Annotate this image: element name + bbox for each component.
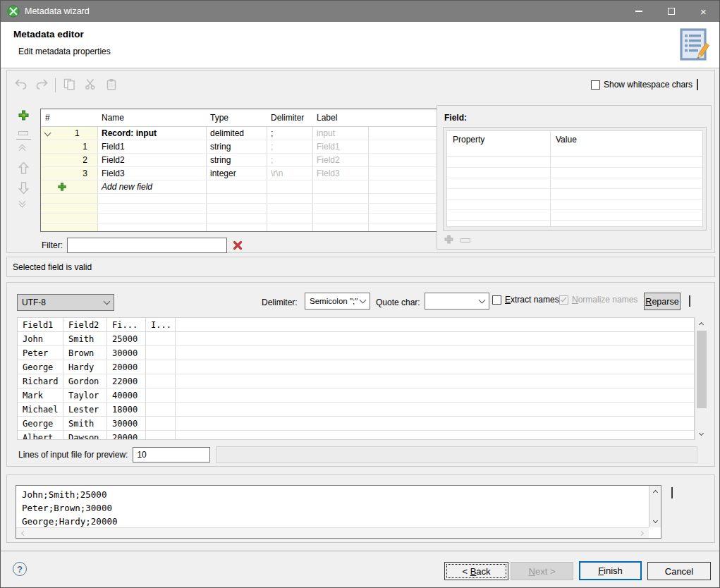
maximize-section-icon[interactable] [689,295,690,307]
move-bottom-button[interactable] [20,199,25,207]
add-new-field-row[interactable]: Add new field [41,180,437,194]
raw-preview-textarea[interactable]: John;Smith;25000 Peter;Brown;30000 Georg… [16,485,661,539]
value-col-header[interactable]: Value [556,135,577,145]
col-header-label[interactable]: Label [312,109,368,126]
titlebar[interactable]: Metadata wizard × [1,1,719,22]
copy-button[interactable] [61,78,77,93]
scroll-left-arrow[interactable] [18,528,28,538]
finish-button[interactable]: Finish [579,561,642,580]
metadata-table: # Name Type Delimiter Label 1 Record: in… [40,109,437,232]
quote-char-label: Quote char: [376,298,420,307]
preview-row[interactable]: JohnSmith25000 [18,332,695,346]
show-whitespace-checkbox[interactable] [591,80,600,90]
preview-col-header[interactable]: Fi... [107,318,146,331]
delimiter-combobox[interactable]: Semicolon ";" [305,293,370,310]
preview-header-row: Field1 Field2 Fi... I... [18,318,695,332]
preview-col-header[interactable]: Field2 [63,318,107,331]
field-panel-title: Field: [444,113,467,123]
preview-row[interactable]: PeterBrown30000 [18,346,695,360]
minimize-icon [635,11,642,12]
scroll-right-arrow[interactable] [637,528,647,538]
remove-property-button[interactable] [460,238,470,243]
footer-bar: ? < Back Next > Finish Cancel [1,551,719,588]
preview-row-clipped[interactable]: AlbertDawson20000 [18,431,695,440]
close-button[interactable]: × [688,1,719,22]
help-button[interactable]: ? [13,562,27,576]
collapse-chevron-icon[interactable] [44,130,51,137]
scroll-thumb[interactable] [697,331,707,408]
col-header-delimiter[interactable]: Delimiter [267,109,312,126]
normalize-names-checkbox [559,295,568,305]
extract-names-control: Extract names [492,295,559,305]
field-row[interactable]: 1 Field1 string ; Field1 [41,140,437,154]
field-row[interactable]: 3 Field3 integer \r\n Field3 [41,167,437,180]
preview-col-header[interactable]: Field1 [18,318,63,331]
undo-button[interactable] [13,78,28,93]
page-subtitle: Edit metadata properties [18,47,111,56]
col-header-type[interactable]: Type [206,109,267,126]
charset-value: UTF-8 [22,298,104,307]
preview-row[interactable]: GeorgeHardy20000 [18,360,695,374]
redo-button[interactable] [34,78,49,93]
maximize-section-icon[interactable] [671,487,673,498]
reparse-button[interactable]: Reparse [644,293,681,310]
cut-button[interactable] [83,78,98,93]
metadata-editor-icon [680,28,709,64]
finish-label: Finish [598,565,623,576]
record-delimiter: ; [267,127,312,140]
remove-field-button[interactable] [18,128,28,137]
add-field-button[interactable] [18,110,29,123]
chevron-down-icon [360,297,367,304]
col-header-num[interactable]: # [41,109,97,126]
property-col-header[interactable]: Property [453,135,484,145]
preview-row[interactable]: MichaelLester18000 [18,403,695,417]
record-row[interactable]: 1 Record: input delimited ; input [41,127,437,140]
cut-icon [85,78,96,92]
quote-char-combobox[interactable] [425,293,489,310]
data-preview-table: Field1 Field2 Fi... I... JohnSmith25000 … [17,317,695,440]
scroll-up-arrow[interactable] [649,486,661,497]
col-header-name[interactable]: Name [97,109,206,126]
property-actions [444,235,470,246]
minimize-button[interactable] [623,1,654,22]
preview-vscrollbar[interactable] [695,317,707,440]
preview-row[interactable]: GeorgeSmith30000 [18,417,695,431]
charset-combobox[interactable]: UTF-8 [17,294,114,311]
extract-names-checkbox[interactable] [492,295,501,305]
preview-lines-input[interactable] [133,447,210,463]
preview-lines-row: Lines of input file for preview: [18,446,697,463]
status-message: Selected field is valid [13,262,92,272]
add-new-field-label: Add new field [97,180,206,193]
metadata-table-header: # Name Type Delimiter Label [41,109,437,127]
move-down-button[interactable] [18,179,29,195]
field-row[interactable]: 2 Field2 string ; Field2 [41,154,437,167]
scroll-down-arrow[interactable] [695,428,707,440]
preview-row[interactable]: RichardGordon22000 [18,374,695,388]
filter-input[interactable] [67,238,227,253]
back-button[interactable]: < Back [444,562,508,580]
scroll-up-arrow[interactable] [695,317,707,329]
preview-col-header[interactable]: I... [146,318,176,331]
filter-row: Filter: [33,237,243,254]
paste-button[interactable] [104,78,119,93]
clear-filter-button[interactable] [233,240,243,250]
move-up-button[interactable] [18,161,29,177]
chevron-down-icon [104,298,111,305]
cancel-button[interactable]: Cancel [647,562,711,580]
move-top-button[interactable] [20,145,25,153]
progress-placeholder [216,446,697,463]
preview-lines-label: Lines of input file for preview: [18,450,128,460]
maximize-section-icon[interactable] [697,79,698,90]
window-title: Metadata wizard [25,6,90,16]
add-property-button[interactable] [444,235,453,246]
preview-row[interactable]: MarkTaylor40000 [18,388,695,403]
scroll-down-arrow[interactable] [649,516,661,527]
copy-icon [63,78,75,92]
show-whitespace-control: Show whitespace chars [591,80,692,90]
raw-hscrollbar[interactable] [16,527,649,538]
delimiter-label: Delimiter: [262,298,298,307]
maximize-button[interactable] [655,1,687,22]
normalize-names-control: Normalize names [559,295,637,305]
raw-vscrollbar[interactable] [649,486,661,527]
metadata-wizard-window: Metadata wizard × Metadata editor Edit m… [0,0,720,588]
